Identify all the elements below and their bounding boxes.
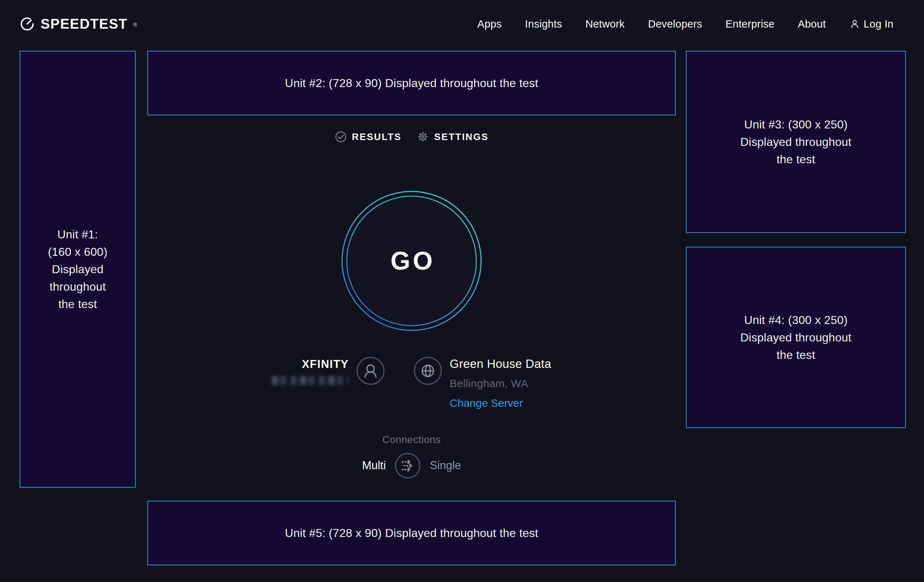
ad-unit-1[interactable]: Unit #1: (160 x 600) Displayed throughou…: [20, 51, 136, 488]
connections-single-option[interactable]: Single: [430, 459, 461, 472]
ad-unit-4[interactable]: Unit #4: (300 x 250) Displayed throughou…: [686, 247, 906, 428]
gear-icon: [417, 130, 429, 143]
user-circle-icon: [356, 356, 385, 385]
isp-info: XFINITY: [272, 356, 385, 409]
user-icon: [849, 18, 860, 30]
ip-address-redacted: [272, 376, 349, 385]
change-server-link[interactable]: Change Server: [450, 397, 523, 409]
isp-text: XFINITY: [272, 356, 349, 385]
server-location: Bellingham, WA: [450, 378, 528, 390]
nav-item-about[interactable]: About: [798, 18, 826, 30]
connections-toggle-row: Multi Single: [147, 452, 676, 479]
server-text: Green House Data Bellingham, WA Change S…: [450, 356, 551, 409]
tabs-row: RESULTS SETTINGS: [147, 130, 676, 143]
logo-row: SPEEDTEST ®: [20, 16, 137, 31]
tab-settings[interactable]: SETTINGS: [417, 130, 488, 143]
login-label: Log In: [864, 18, 894, 30]
brand-name: SPEEDTEST: [41, 16, 127, 31]
connections-label: Connections: [147, 434, 676, 445]
go-button-label: GO: [341, 190, 482, 331]
server-name: Green House Data: [450, 357, 551, 371]
globe-icon: [413, 356, 442, 385]
go-button[interactable]: GO: [341, 190, 482, 331]
tab-results-label: RESULTS: [352, 131, 402, 143]
registered-mark: ®: [133, 22, 137, 27]
ad-unit-3[interactable]: Unit #3: (300 x 250) Displayed throughou…: [686, 51, 906, 233]
nav-item-enterprise[interactable]: Enterprise: [726, 18, 774, 30]
ad-unit-3-text: Unit #3: (300 x 250) Displayed throughou…: [740, 116, 851, 168]
isp-name: XFINITY: [302, 358, 349, 371]
connections-multi-option[interactable]: Multi: [362, 459, 386, 472]
speedtest-main: RESULTS SETTINGS: [147, 0, 676, 582]
check-circle-icon: [335, 130, 347, 143]
ad-unit-4-text: Unit #4: (300 x 250) Displayed throughou…: [740, 311, 851, 364]
speedtest-gauge-icon: [20, 16, 35, 31]
tab-results[interactable]: RESULTS: [335, 130, 402, 143]
login-button[interactable]: Log In: [849, 18, 894, 30]
tab-settings-label: SETTINGS: [434, 131, 488, 143]
multi-connection-toggle-icon[interactable]: [394, 452, 421, 479]
server-info: Green House Data Bellingham, WA Change S…: [413, 356, 551, 409]
ad-unit-1-text: Unit #1: (160 x 600) Displayed throughou…: [48, 226, 107, 313]
connection-info-row: XFINITY Green House Da: [147, 356, 676, 409]
speedtest-logo[interactable]: SPEEDTEST ®: [20, 16, 137, 31]
